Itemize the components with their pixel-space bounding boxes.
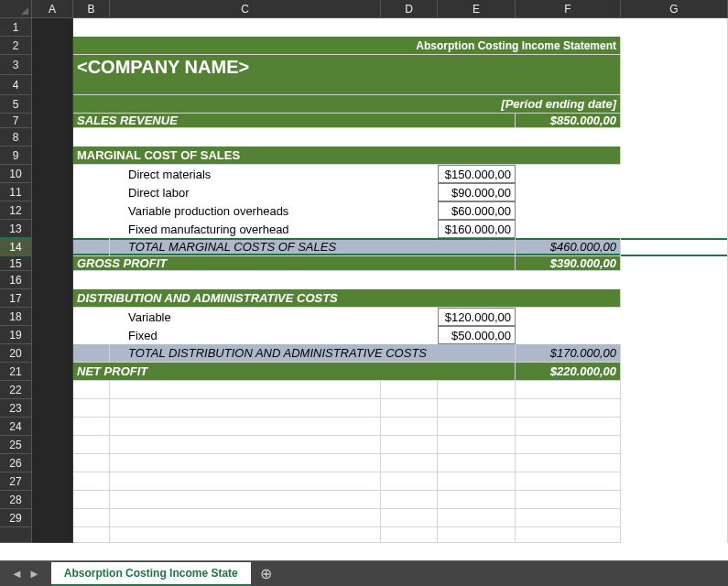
blank-row[interactable]	[73, 271, 621, 289]
sales-revenue-value[interactable]: $850.000,00	[516, 114, 621, 128]
blank-row[interactable]	[73, 18, 621, 37]
row-header[interactable]: 19	[0, 326, 32, 344]
row-header[interactable]: 23	[0, 399, 32, 418]
col-header-G[interactable]: G	[621, 0, 728, 18]
row-header[interactable]: 25	[0, 436, 32, 454]
row-header[interactable]: 22	[0, 381, 32, 399]
row-header[interactable]: 15	[0, 256, 32, 271]
grid[interactable]: A B C D E F G 1 2 3 4 5 7 8 9 10 11 12 1…	[0, 0, 728, 560]
row-header[interactable]: 13	[0, 220, 32, 238]
gross-profit-value[interactable]: $390.000,00	[516, 256, 621, 271]
row-header[interactable]: 16	[0, 271, 32, 289]
item-label[interactable]: Direct labor	[110, 183, 381, 201]
dist-total-value[interactable]: $170.000,00	[516, 344, 621, 363]
item-label[interactable]: Direct materials	[110, 165, 381, 183]
row-header[interactable]: 27	[0, 472, 32, 491]
row-header[interactable]: 4	[0, 75, 32, 95]
select-all-corner[interactable]	[0, 0, 32, 18]
row-header[interactable]: 3	[0, 55, 32, 75]
col-header-E[interactable]: E	[438, 0, 516, 18]
dist-section[interactable]: DISTRIBUTION AND ADMINISTRATIVE COSTS	[73, 289, 621, 308]
net-profit-value[interactable]: $220.000,00	[516, 363, 621, 381]
tab-nav: ◄ ►	[0, 561, 51, 586]
item-label[interactable]: Variable	[110, 308, 381, 326]
row-header[interactable]: 7	[0, 114, 32, 128]
row-header[interactable]: 2	[0, 37, 32, 55]
row-header[interactable]: 12	[0, 201, 32, 220]
row-header[interactable]: 1	[0, 18, 32, 37]
add-sheet-button[interactable]: ⊕	[251, 561, 281, 586]
row-header[interactable]	[0, 527, 32, 543]
marginal-total-value[interactable]: $460.000,00	[516, 238, 621, 256]
item-label[interactable]: Fixed manufacturing overhead	[110, 220, 381, 238]
row-header[interactable]: 24	[0, 418, 32, 436]
marginal-total-label[interactable]: TOTAL MARGINAL COSTS OF SALES	[110, 238, 516, 256]
col-g-area[interactable]	[621, 18, 728, 238]
marginal-section[interactable]: MARGINAL COST OF SALES	[73, 146, 621, 165]
row-header[interactable]: 8	[0, 128, 32, 146]
col-header-C[interactable]: C	[110, 0, 381, 18]
col-header-B[interactable]: B	[73, 0, 110, 18]
row-header[interactable]: 20	[0, 344, 32, 363]
item-label[interactable]: Variable production overheads	[110, 201, 381, 220]
blank-row[interactable]	[73, 128, 621, 146]
item-value[interactable]: $50.000,00	[438, 326, 516, 344]
col-header-A[interactable]: A	[32, 0, 73, 18]
item-label[interactable]: Fixed	[110, 326, 381, 344]
row-header[interactable]: 26	[0, 454, 32, 472]
item-value[interactable]: $90.000,00	[438, 183, 516, 201]
row-header[interactable]: 5	[0, 95, 32, 114]
sheet-tab-bar: ◄ ► Absorption Costing Income State ⊕	[0, 560, 728, 586]
row-header[interactable]: 21	[0, 363, 32, 381]
col-header-D[interactable]: D	[381, 0, 438, 18]
tab-prev-icon[interactable]: ◄	[11, 567, 23, 581]
gross-profit-label[interactable]: GROSS PROFIT	[73, 256, 516, 271]
period-ending[interactable]: [Period ending date]	[73, 95, 621, 114]
col-g-area[interactable]	[621, 238, 728, 256]
row-header[interactable]: 18	[0, 308, 32, 326]
item-value[interactable]: $160.000,00	[438, 220, 516, 238]
item-value[interactable]: $150.000,00	[438, 165, 516, 183]
row-header[interactable]: 29	[0, 509, 32, 527]
company-name[interactable]: <COMPANY NAME>	[73, 55, 621, 95]
item-value[interactable]: $120.000,00	[438, 308, 516, 326]
row-header[interactable]: 28	[0, 491, 32, 509]
dist-total-label[interactable]: TOTAL DISTRIBUTION AND ADMINISTRATIVE CO…	[110, 344, 516, 363]
row-header[interactable]: 9	[0, 146, 32, 165]
col-header-F[interactable]: F	[516, 0, 621, 18]
item-value[interactable]: $60.000,00	[438, 201, 516, 220]
row-header-selected[interactable]: 14	[0, 238, 32, 256]
tab-next-icon[interactable]: ►	[28, 567, 40, 581]
col-a-gutter[interactable]	[32, 18, 73, 543]
row-header[interactable]: 10	[0, 165, 32, 183]
statement-title[interactable]: Absorption Costing Income Statement	[73, 37, 621, 55]
row-header[interactable]: 17	[0, 289, 32, 308]
spreadsheet-window: A B C D E F G 1 2 3 4 5 7 8 9 10 11 12 1…	[0, 0, 728, 586]
sheet-tab-active[interactable]: Absorption Costing Income State	[51, 562, 251, 586]
net-profit-label[interactable]: NET PROFIT	[73, 363, 516, 381]
col-g-area[interactable]	[621, 256, 728, 543]
sales-revenue-label[interactable]: SALES REVENUE	[73, 114, 516, 128]
row-header[interactable]: 11	[0, 183, 32, 201]
